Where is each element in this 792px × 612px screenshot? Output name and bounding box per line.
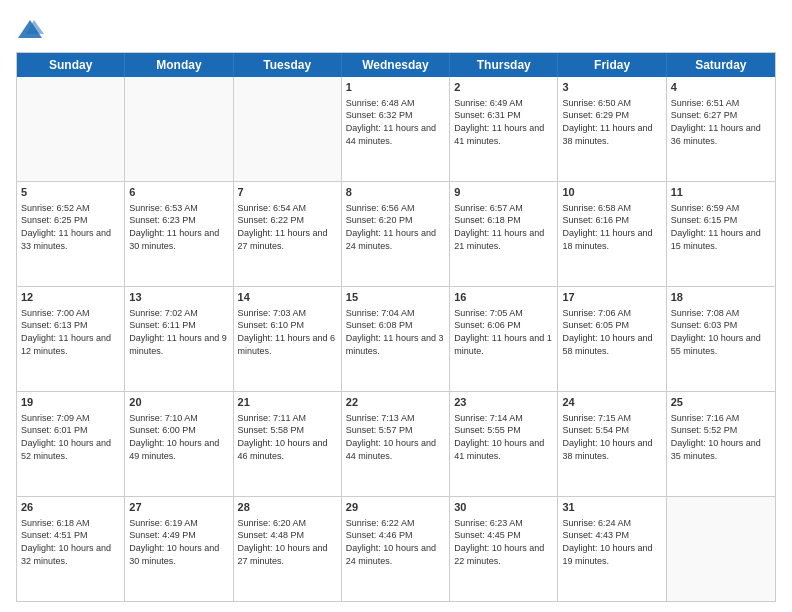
table-row: 1Sunrise: 6:48 AMSunset: 6:32 PMDaylight… [342, 77, 450, 181]
logo-icon [16, 16, 44, 44]
day-number: 10 [562, 185, 661, 200]
day-number: 22 [346, 395, 445, 410]
logo [16, 16, 48, 44]
day-number: 9 [454, 185, 553, 200]
cell-detail: Sunrise: 7:10 AMSunset: 6:00 PMDaylight:… [129, 412, 228, 462]
cell-detail: Sunrise: 6:54 AMSunset: 6:22 PMDaylight:… [238, 202, 337, 252]
cell-detail: Sunrise: 6:49 AMSunset: 6:31 PMDaylight:… [454, 97, 553, 147]
day-number: 31 [562, 500, 661, 515]
day-number: 20 [129, 395, 228, 410]
cell-detail: Sunrise: 6:48 AMSunset: 6:32 PMDaylight:… [346, 97, 445, 147]
table-row: 9Sunrise: 6:57 AMSunset: 6:18 PMDaylight… [450, 182, 558, 286]
header [16, 16, 776, 44]
table-row: 22Sunrise: 7:13 AMSunset: 5:57 PMDayligh… [342, 392, 450, 496]
day-number: 23 [454, 395, 553, 410]
cell-detail: Sunrise: 7:13 AMSunset: 5:57 PMDaylight:… [346, 412, 445, 462]
cell-detail: Sunrise: 6:53 AMSunset: 6:23 PMDaylight:… [129, 202, 228, 252]
table-row: 7Sunrise: 6:54 AMSunset: 6:22 PMDaylight… [234, 182, 342, 286]
calendar: SundayMondayTuesdayWednesdayThursdayFrid… [16, 52, 776, 602]
day-number: 7 [238, 185, 337, 200]
table-row: 25Sunrise: 7:16 AMSunset: 5:52 PMDayligh… [667, 392, 775, 496]
table-row: 19Sunrise: 7:09 AMSunset: 6:01 PMDayligh… [17, 392, 125, 496]
table-row: 16Sunrise: 7:05 AMSunset: 6:06 PMDayligh… [450, 287, 558, 391]
day-number: 18 [671, 290, 771, 305]
day-number: 5 [21, 185, 120, 200]
table-row: 28Sunrise: 6:20 AMSunset: 4:48 PMDayligh… [234, 497, 342, 601]
calendar-row-1: 1Sunrise: 6:48 AMSunset: 6:32 PMDaylight… [17, 77, 775, 181]
cell-detail: Sunrise: 7:14 AMSunset: 5:55 PMDaylight:… [454, 412, 553, 462]
day-number: 28 [238, 500, 337, 515]
day-number: 4 [671, 80, 771, 95]
calendar-row-4: 19Sunrise: 7:09 AMSunset: 6:01 PMDayligh… [17, 391, 775, 496]
day-number: 14 [238, 290, 337, 305]
cell-detail: Sunrise: 6:24 AMSunset: 4:43 PMDaylight:… [562, 517, 661, 567]
calendar-body: 1Sunrise: 6:48 AMSunset: 6:32 PMDaylight… [17, 77, 775, 601]
day-number: 13 [129, 290, 228, 305]
cell-detail: Sunrise: 6:18 AMSunset: 4:51 PMDaylight:… [21, 517, 120, 567]
cell-detail: Sunrise: 7:08 AMSunset: 6:03 PMDaylight:… [671, 307, 771, 357]
table-row: 6Sunrise: 6:53 AMSunset: 6:23 PMDaylight… [125, 182, 233, 286]
cell-detail: Sunrise: 6:59 AMSunset: 6:15 PMDaylight:… [671, 202, 771, 252]
day-header-friday: Friday [558, 53, 666, 77]
table-row: 18Sunrise: 7:08 AMSunset: 6:03 PMDayligh… [667, 287, 775, 391]
table-row: 27Sunrise: 6:19 AMSunset: 4:49 PMDayligh… [125, 497, 233, 601]
table-row: 17Sunrise: 7:06 AMSunset: 6:05 PMDayligh… [558, 287, 666, 391]
cell-detail: Sunrise: 6:20 AMSunset: 4:48 PMDaylight:… [238, 517, 337, 567]
cell-detail: Sunrise: 6:22 AMSunset: 4:46 PMDaylight:… [346, 517, 445, 567]
calendar-row-5: 26Sunrise: 6:18 AMSunset: 4:51 PMDayligh… [17, 496, 775, 601]
table-row: 20Sunrise: 7:10 AMSunset: 6:00 PMDayligh… [125, 392, 233, 496]
day-number: 19 [21, 395, 120, 410]
table-row [17, 77, 125, 181]
day-number: 2 [454, 80, 553, 95]
day-number: 1 [346, 80, 445, 95]
day-header-thursday: Thursday [450, 53, 558, 77]
cell-detail: Sunrise: 6:50 AMSunset: 6:29 PMDaylight:… [562, 97, 661, 147]
table-row: 29Sunrise: 6:22 AMSunset: 4:46 PMDayligh… [342, 497, 450, 601]
cell-detail: Sunrise: 6:56 AMSunset: 6:20 PMDaylight:… [346, 202, 445, 252]
day-number: 17 [562, 290, 661, 305]
cell-detail: Sunrise: 7:02 AMSunset: 6:11 PMDaylight:… [129, 307, 228, 357]
table-row: 5Sunrise: 6:52 AMSunset: 6:25 PMDaylight… [17, 182, 125, 286]
page: SundayMondayTuesdayWednesdayThursdayFrid… [0, 0, 792, 612]
day-number: 21 [238, 395, 337, 410]
day-number: 8 [346, 185, 445, 200]
table-row: 11Sunrise: 6:59 AMSunset: 6:15 PMDayligh… [667, 182, 775, 286]
cell-detail: Sunrise: 7:06 AMSunset: 6:05 PMDaylight:… [562, 307, 661, 357]
table-row: 26Sunrise: 6:18 AMSunset: 4:51 PMDayligh… [17, 497, 125, 601]
calendar-row-3: 12Sunrise: 7:00 AMSunset: 6:13 PMDayligh… [17, 286, 775, 391]
table-row: 30Sunrise: 6:23 AMSunset: 4:45 PMDayligh… [450, 497, 558, 601]
day-number: 3 [562, 80, 661, 95]
table-row: 31Sunrise: 6:24 AMSunset: 4:43 PMDayligh… [558, 497, 666, 601]
day-header-monday: Monday [125, 53, 233, 77]
cell-detail: Sunrise: 7:11 AMSunset: 5:58 PMDaylight:… [238, 412, 337, 462]
table-row [667, 497, 775, 601]
calendar-header: SundayMondayTuesdayWednesdayThursdayFrid… [17, 53, 775, 77]
day-header-sunday: Sunday [17, 53, 125, 77]
table-row [234, 77, 342, 181]
table-row: 14Sunrise: 7:03 AMSunset: 6:10 PMDayligh… [234, 287, 342, 391]
table-row: 24Sunrise: 7:15 AMSunset: 5:54 PMDayligh… [558, 392, 666, 496]
day-number: 12 [21, 290, 120, 305]
calendar-row-2: 5Sunrise: 6:52 AMSunset: 6:25 PMDaylight… [17, 181, 775, 286]
table-row: 2Sunrise: 6:49 AMSunset: 6:31 PMDaylight… [450, 77, 558, 181]
cell-detail: Sunrise: 6:52 AMSunset: 6:25 PMDaylight:… [21, 202, 120, 252]
table-row: 21Sunrise: 7:11 AMSunset: 5:58 PMDayligh… [234, 392, 342, 496]
cell-detail: Sunrise: 6:51 AMSunset: 6:27 PMDaylight:… [671, 97, 771, 147]
cell-detail: Sunrise: 6:58 AMSunset: 6:16 PMDaylight:… [562, 202, 661, 252]
day-number: 27 [129, 500, 228, 515]
day-number: 16 [454, 290, 553, 305]
cell-detail: Sunrise: 7:05 AMSunset: 6:06 PMDaylight:… [454, 307, 553, 357]
table-row: 15Sunrise: 7:04 AMSunset: 6:08 PMDayligh… [342, 287, 450, 391]
day-header-wednesday: Wednesday [342, 53, 450, 77]
day-number: 11 [671, 185, 771, 200]
table-row: 10Sunrise: 6:58 AMSunset: 6:16 PMDayligh… [558, 182, 666, 286]
cell-detail: Sunrise: 6:57 AMSunset: 6:18 PMDaylight:… [454, 202, 553, 252]
cell-detail: Sunrise: 7:00 AMSunset: 6:13 PMDaylight:… [21, 307, 120, 357]
day-header-saturday: Saturday [667, 53, 775, 77]
cell-detail: Sunrise: 7:09 AMSunset: 6:01 PMDaylight:… [21, 412, 120, 462]
cell-detail: Sunrise: 7:04 AMSunset: 6:08 PMDaylight:… [346, 307, 445, 357]
table-row [125, 77, 233, 181]
table-row: 23Sunrise: 7:14 AMSunset: 5:55 PMDayligh… [450, 392, 558, 496]
day-header-tuesday: Tuesday [234, 53, 342, 77]
day-number: 30 [454, 500, 553, 515]
